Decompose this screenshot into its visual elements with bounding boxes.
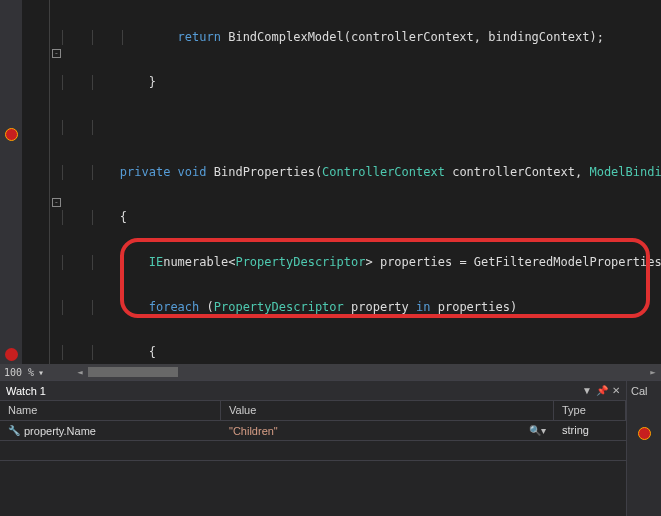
side-panel[interactable]: Cal xyxy=(626,381,661,516)
breakpoint-indicator xyxy=(638,427,651,440)
brace: { xyxy=(149,345,156,359)
horizontal-scrollbar[interactable]: ◄ ► xyxy=(72,364,661,380)
keyword: foreach xyxy=(149,300,200,314)
code-content[interactable]: return BindComplexModel(controllerContex… xyxy=(52,0,661,380)
brace: } xyxy=(149,75,156,89)
col-type[interactable]: Type xyxy=(554,401,626,420)
code-editor[interactable]: - - return BindComplexModel(controllerCo… xyxy=(0,0,661,380)
wrench-icon: 🔧 xyxy=(8,425,20,436)
breakpoint-gutter[interactable] xyxy=(0,0,22,380)
pin-icon[interactable]: 📌 xyxy=(596,385,608,396)
col-name[interactable]: Name xyxy=(0,401,221,420)
breakpoint[interactable] xyxy=(5,348,18,361)
outline-gutter: - - xyxy=(22,0,50,380)
dropdown-icon[interactable]: ▼ xyxy=(582,385,592,396)
zoom-value: 100 % xyxy=(4,367,34,378)
zoom-indicator[interactable]: 100 %▾ xyxy=(0,364,72,380)
watch-type: string xyxy=(554,421,626,440)
code-text: properties) xyxy=(430,300,517,314)
watch-titlebar[interactable]: Watch 1 ▼ 📌 ✕ xyxy=(0,381,626,401)
keyword: void xyxy=(178,165,207,179)
keyword: return xyxy=(178,30,221,44)
code-text: numerable xyxy=(163,255,228,269)
keyword: private xyxy=(120,165,171,179)
scroll-track[interactable] xyxy=(88,364,645,380)
watch-row-empty[interactable] xyxy=(0,441,626,461)
code-text: > properties = GetFilteredModelPropertie… xyxy=(365,255,661,269)
close-icon[interactable]: ✕ xyxy=(612,385,620,396)
type: ModelBindingC xyxy=(589,165,661,179)
code-text: BindComplexModel(controllerContext, bind… xyxy=(221,30,604,44)
watch-panel: Watch 1 ▼ 📌 ✕ Name Value Type 🔧property.… xyxy=(0,380,661,516)
col-value[interactable]: Value xyxy=(221,401,554,420)
code-text: property xyxy=(344,300,416,314)
type: PropertyDescriptor xyxy=(214,300,344,314)
watch-column-headers: Name Value Type xyxy=(0,401,626,421)
keyword: in xyxy=(416,300,430,314)
code-text: ( xyxy=(199,300,213,314)
scroll-left-button[interactable]: ◄ xyxy=(72,364,88,380)
watch-expr[interactable]: property.Name xyxy=(24,425,96,437)
watch-value: "Children" xyxy=(229,425,278,437)
scroll-right-button[interactable]: ► xyxy=(645,364,661,380)
param: controllerContext, xyxy=(445,165,590,179)
type: IE xyxy=(149,255,163,269)
type: PropertyDescriptor xyxy=(235,255,365,269)
scroll-thumb[interactable] xyxy=(88,367,178,377)
type: ControllerContext xyxy=(322,165,445,179)
panel-title: Watch 1 xyxy=(6,385,46,397)
chevron-down-icon[interactable]: ▾ xyxy=(38,367,44,378)
breakpoint-active[interactable] xyxy=(5,128,18,141)
brace: { xyxy=(120,210,127,224)
side-tab-label[interactable]: Cal xyxy=(631,385,657,397)
method-name: BindProperties( xyxy=(207,165,323,179)
watch-row[interactable]: 🔧property.Name "Children"🔍▾ string xyxy=(0,421,626,441)
magnifier-icon[interactable]: 🔍▾ xyxy=(529,425,546,436)
